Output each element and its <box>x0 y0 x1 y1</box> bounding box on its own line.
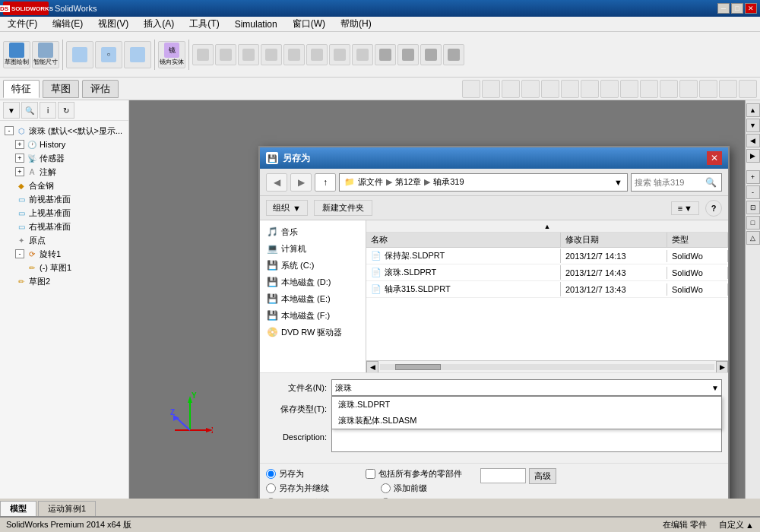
menu-help[interactable]: 帮助(H) <box>336 17 376 31</box>
right-btn7[interactable]: ⊡ <box>746 201 760 214</box>
toolbar-circle-btn[interactable]: ○ <box>95 41 122 68</box>
view-btn3[interactable] <box>502 80 520 98</box>
nav-forward-button[interactable]: ▶ <box>290 173 312 192</box>
toolbar-line-btn[interactable] <box>66 41 93 68</box>
file-row-1[interactable]: 📄 滚珠.SLDPRT 2013/12/7 14:43 SolidWo <box>366 264 728 281</box>
maximize-button[interactable]: □ <box>731 3 743 14</box>
sidebar-item-computer[interactable]: 💻 计算机 <box>260 240 366 257</box>
sidebar-item-f-drive[interactable]: 💾 本地磁盘 (F:) <box>260 307 366 324</box>
filename-input[interactable] <box>331 379 722 396</box>
toolbar-extra9[interactable] <box>375 44 396 65</box>
sidebar-item-c-drive[interactable]: 💾 系统 (C:) <box>260 257 366 274</box>
add-suffix-radio[interactable] <box>381 498 391 499</box>
right-btn8[interactable]: □ <box>746 216 760 230</box>
nav-up-button[interactable]: ↑ <box>315 173 336 192</box>
view-btn2[interactable] <box>482 80 500 98</box>
file-row-0[interactable]: 📄 保持架.SLDPRT 2013/12/7 14:13 SolidWo <box>366 248 728 264</box>
view-btn8[interactable] <box>600 80 619 98</box>
horiz-scroll-thumb[interactable] <box>395 364 441 370</box>
toolbar-extra7[interactable] <box>329 44 350 65</box>
toolbar-smart-btn[interactable]: 智能尺寸 <box>32 41 59 68</box>
view-btn7[interactable] <box>581 80 599 98</box>
menu-simulation[interactable]: Simulation <box>230 18 282 30</box>
view-toggle-button[interactable]: ≡ ▼ <box>671 201 699 215</box>
tab-sketch[interactable]: 草图 <box>43 80 79 98</box>
radio-save-copy-input[interactable] <box>266 498 276 499</box>
tab-features[interactable]: 特征 <box>3 80 40 98</box>
panel-icon-info[interactable]: i <box>40 102 56 119</box>
tree-origin[interactable]: ✦ 原点 <box>3 233 125 247</box>
toolbar-extra5[interactable] <box>283 44 305 65</box>
autocomplete-item-1[interactable]: 滚珠装配体.SLDASM <box>332 413 721 429</box>
minimize-button[interactable]: ─ <box>717 3 730 14</box>
right-btn9[interactable]: △ <box>746 231 760 245</box>
tree-front-plane[interactable]: ▭ 前视基准面 <box>3 192 125 206</box>
toolbar-extra10[interactable] <box>397 44 419 65</box>
view-btn9[interactable] <box>620 80 638 98</box>
new-folder-button[interactable]: 新建文件夹 <box>314 200 372 216</box>
right-btn3[interactable]: ◀ <box>746 134 760 147</box>
tree-sketch1[interactable]: ✏ (-) 草图1 <box>3 261 125 274</box>
menu-view[interactable]: 视图(V) <box>93 17 133 31</box>
toolbar-extra11[interactable] <box>420 44 442 65</box>
menu-edit[interactable]: 编辑(E) <box>48 17 87 31</box>
radio-save-continue-input[interactable] <box>266 483 276 493</box>
sidebar-item-e-drive[interactable]: 💾 本地磁盘 (E:) <box>260 290 366 307</box>
horiz-scroll-left-btn[interactable]: ◀ <box>366 361 378 373</box>
right-btn1[interactable]: ▲ <box>746 103 760 117</box>
toolbar-extra1[interactable] <box>192 44 214 65</box>
tree-sensor[interactable]: + 📡 传感器 <box>3 151 125 165</box>
view-btn15[interactable] <box>739 80 757 98</box>
right-btn6[interactable]: - <box>746 185 760 199</box>
tree-expand-sensor[interactable]: + <box>15 154 24 163</box>
panel-icon-search[interactable]: 🔍 <box>21 102 38 119</box>
tree-material[interactable]: ◆ 合金钢 <box>3 179 125 192</box>
autocomplete-item-0[interactable]: 滚珠.SLDPRT <box>332 397 721 413</box>
toolbar-extra6[interactable] <box>306 44 328 65</box>
add-prefix-radio[interactable] <box>381 483 391 493</box>
prefix-input[interactable] <box>480 468 526 483</box>
toolbar-sketch-btn[interactable]: 草图绘制 <box>3 41 30 68</box>
right-btn2[interactable]: ▼ <box>746 119 760 132</box>
right-btn4[interactable]: ▶ <box>746 149 760 163</box>
search-input[interactable] <box>635 178 703 187</box>
menu-tools[interactable]: 工具(T) <box>185 17 223 31</box>
tree-right-plane[interactable]: ▭ 右视基准面 <box>3 220 125 233</box>
tab-animation[interactable]: 运动算例1 <box>38 501 96 516</box>
radio-save-as-input[interactable] <box>266 469 276 479</box>
sidebar-item-dvd[interactable]: 📀 DVD RW 驱动器 <box>260 324 366 340</box>
view-btn5[interactable] <box>541 80 559 98</box>
tree-expand-history[interactable]: + <box>15 140 24 149</box>
toolbar-extra8[interactable] <box>352 44 373 65</box>
tree-annotation[interactable]: + A 注解 <box>3 165 125 179</box>
tree-expand-revolve[interactable]: - <box>15 249 24 258</box>
nav-back-button[interactable]: ◀ <box>266 173 287 192</box>
tree-expand-annotation[interactable]: + <box>15 167 24 176</box>
view-btn12[interactable] <box>679 80 698 98</box>
file-row-2[interactable]: 📄 轴承315.SLDPRT 2013/12/7 13:43 SolidWo <box>366 281 728 298</box>
toolbar-extra2[interactable] <box>215 44 236 65</box>
filename-dropdown-arrow[interactable]: ▼ <box>711 384 719 392</box>
view-btn13[interactable] <box>699 80 717 98</box>
tab-evaluate[interactable]: 评估 <box>82 80 119 98</box>
close-button[interactable]: ✕ <box>745 3 757 14</box>
panel-icon-arrow[interactable]: ↻ <box>58 102 74 119</box>
tab-model[interactable]: 模型 <box>0 501 36 516</box>
view-btn4[interactable] <box>521 80 540 98</box>
toolbar-extra4[interactable] <box>261 44 282 65</box>
tree-top-plane[interactable]: ▭ 上视基准面 <box>3 206 125 220</box>
sidebar-item-music[interactable]: 🎵 音乐 <box>260 223 366 240</box>
view-btn10[interactable] <box>640 80 658 98</box>
tree-expand-root[interactable]: - <box>5 126 14 135</box>
tree-revolve1[interactable]: - ⟳ 旋转1 <box>3 247 125 261</box>
search-icon[interactable]: 🔍 <box>703 175 718 190</box>
view-btn6[interactable] <box>561 80 579 98</box>
advanced-button[interactable]: 高级 <box>529 468 556 484</box>
scroll-up-btn[interactable]: ▲ <box>366 220 728 233</box>
view-btn1[interactable] <box>462 80 480 98</box>
right-btn5[interactable]: + <box>746 170 760 184</box>
menu-insert[interactable]: 插入(A) <box>139 17 179 31</box>
toolbar-mirror-btn[interactable]: 镜 镜向实体 <box>158 41 185 68</box>
tree-sketch2[interactable]: ✏ 草图2 <box>3 274 125 288</box>
help-button[interactable]: ? <box>705 200 722 217</box>
